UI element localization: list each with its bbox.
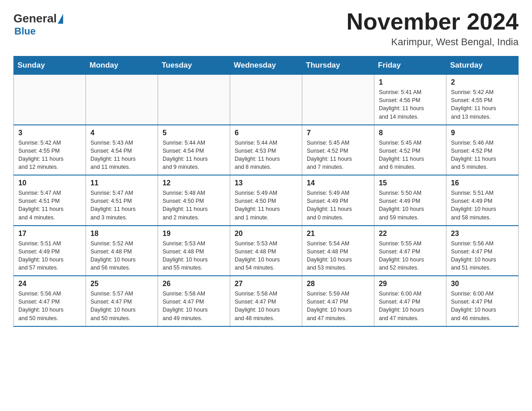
col-saturday: Saturday: [446, 56, 519, 75]
calendar-cell: 1Sunrise: 5:41 AMSunset: 4:56 PMDaylight…: [374, 75, 446, 125]
calendar-cell: 17Sunrise: 5:51 AMSunset: 4:49 PMDayligh…: [14, 226, 86, 276]
day-info: Sunrise: 5:48 AMSunset: 4:50 PMDaylight:…: [163, 189, 225, 222]
calendar-cell: 10Sunrise: 5:47 AMSunset: 4:51 PMDayligh…: [14, 175, 86, 226]
week-row-2: 3Sunrise: 5:42 AMSunset: 4:55 PMDaylight…: [14, 125, 519, 176]
calendar-cell: 12Sunrise: 5:48 AMSunset: 4:50 PMDayligh…: [158, 175, 230, 226]
day-info: Sunrise: 5:59 AMSunset: 4:47 PMDaylight:…: [307, 290, 369, 322]
day-number: 7: [307, 129, 369, 137]
calendar-cell: 5Sunrise: 5:44 AMSunset: 4:54 PMDaylight…: [158, 125, 230, 176]
day-number: 21: [307, 230, 369, 238]
calendar-cell: 23Sunrise: 5:56 AMSunset: 4:47 PMDayligh…: [446, 226, 519, 276]
week-row-1: 1Sunrise: 5:41 AMSunset: 4:56 PMDaylight…: [14, 75, 519, 125]
calendar-cell: 25Sunrise: 5:57 AMSunset: 4:47 PMDayligh…: [86, 276, 158, 326]
calendar-cell: [158, 75, 230, 125]
calendar-cell: 11Sunrise: 5:47 AMSunset: 4:51 PMDayligh…: [86, 175, 158, 226]
day-number: 3: [18, 129, 81, 137]
calendar-cell: 27Sunrise: 5:58 AMSunset: 4:47 PMDayligh…: [230, 276, 302, 326]
day-number: 29: [379, 280, 442, 288]
calendar-cell: 16Sunrise: 5:51 AMSunset: 4:49 PMDayligh…: [446, 175, 519, 226]
week-row-5: 24Sunrise: 5:56 AMSunset: 4:47 PMDayligh…: [14, 276, 519, 326]
calendar-cell: 19Sunrise: 5:53 AMSunset: 4:48 PMDayligh…: [158, 226, 230, 276]
day-info: Sunrise: 5:58 AMSunset: 4:47 PMDaylight:…: [235, 290, 297, 322]
location-title: Karimpur, West Bengal, India: [347, 36, 519, 48]
calendar-cell: 20Sunrise: 5:53 AMSunset: 4:48 PMDayligh…: [230, 226, 302, 276]
day-number: 30: [451, 280, 514, 288]
page-header: General Blue November 2024 Karimpur, Wes…: [13, 9, 519, 48]
day-number: 19: [163, 230, 225, 238]
day-info: Sunrise: 5:42 AMSunset: 4:55 PMDaylight:…: [18, 139, 81, 171]
day-number: 8: [379, 129, 442, 137]
day-number: 6: [235, 129, 297, 137]
col-sunday: Sunday: [14, 56, 86, 75]
day-number: 11: [90, 179, 153, 187]
col-thursday: Thursday: [302, 56, 374, 75]
col-monday: Monday: [86, 56, 158, 75]
title-block: November 2024 Karimpur, West Bengal, Ind…: [347, 9, 519, 48]
calendar-cell: 30Sunrise: 6:00 AMSunset: 4:47 PMDayligh…: [446, 276, 519, 326]
day-info: Sunrise: 6:00 AMSunset: 4:47 PMDaylight:…: [451, 290, 514, 322]
day-info: Sunrise: 5:49 AMSunset: 4:50 PMDaylight:…: [235, 189, 297, 222]
day-number: 27: [235, 280, 297, 288]
day-number: 20: [235, 230, 297, 238]
day-number: 13: [235, 179, 297, 187]
day-info: Sunrise: 5:51 AMSunset: 4:49 PMDaylight:…: [18, 240, 81, 272]
day-info: Sunrise: 5:50 AMSunset: 4:49 PMDaylight:…: [379, 189, 442, 222]
calendar-cell: 9Sunrise: 5:46 AMSunset: 4:52 PMDaylight…: [446, 125, 519, 176]
day-info: Sunrise: 5:58 AMSunset: 4:47 PMDaylight:…: [163, 290, 225, 322]
calendar-cell: 3Sunrise: 5:42 AMSunset: 4:55 PMDaylight…: [14, 125, 86, 176]
day-number: 1: [379, 78, 442, 86]
day-info: Sunrise: 5:55 AMSunset: 4:47 PMDaylight:…: [379, 240, 442, 272]
day-number: 16: [451, 179, 514, 187]
day-number: 24: [18, 280, 81, 288]
day-info: Sunrise: 5:56 AMSunset: 4:47 PMDaylight:…: [18, 290, 81, 322]
day-info: Sunrise: 5:45 AMSunset: 4:52 PMDaylight:…: [379, 139, 442, 171]
day-number: 22: [379, 230, 442, 238]
calendar-cell: 18Sunrise: 5:52 AMSunset: 4:48 PMDayligh…: [86, 226, 158, 276]
day-number: 4: [90, 129, 153, 137]
calendar-cell: 28Sunrise: 5:59 AMSunset: 4:47 PMDayligh…: [302, 276, 374, 326]
calendar-cell: 26Sunrise: 5:58 AMSunset: 4:47 PMDayligh…: [158, 276, 230, 326]
calendar-cell: 7Sunrise: 5:45 AMSunset: 4:52 PMDaylight…: [302, 125, 374, 176]
day-info: Sunrise: 5:47 AMSunset: 4:51 PMDaylight:…: [90, 189, 153, 222]
month-title: November 2024: [347, 9, 519, 34]
day-info: Sunrise: 5:45 AMSunset: 4:52 PMDaylight:…: [307, 139, 369, 171]
logo-blue-text: Blue: [14, 26, 36, 37]
day-info: Sunrise: 5:54 AMSunset: 4:48 PMDaylight:…: [307, 240, 369, 272]
col-tuesday: Tuesday: [158, 56, 230, 75]
calendar-cell: [302, 75, 374, 125]
calendar-table: Sunday Monday Tuesday Wednesday Thursday…: [13, 56, 519, 327]
day-number: 10: [18, 179, 81, 187]
logo: General Blue: [13, 9, 64, 37]
col-friday: Friday: [374, 56, 446, 75]
day-info: Sunrise: 6:00 AMSunset: 4:47 PMDaylight:…: [379, 290, 442, 322]
day-info: Sunrise: 5:51 AMSunset: 4:49 PMDaylight:…: [451, 189, 514, 222]
calendar-cell: 8Sunrise: 5:45 AMSunset: 4:52 PMDaylight…: [374, 125, 446, 176]
day-number: 14: [307, 179, 369, 187]
calendar-cell: 21Sunrise: 5:54 AMSunset: 4:48 PMDayligh…: [302, 226, 374, 276]
day-info: Sunrise: 5:53 AMSunset: 4:48 PMDaylight:…: [235, 240, 297, 272]
calendar-cell: [230, 75, 302, 125]
day-info: Sunrise: 5:57 AMSunset: 4:47 PMDaylight:…: [90, 290, 153, 322]
day-info: Sunrise: 5:42 AMSunset: 4:55 PMDaylight:…: [451, 88, 514, 121]
day-number: 9: [451, 129, 514, 137]
day-info: Sunrise: 5:49 AMSunset: 4:49 PMDaylight:…: [307, 189, 369, 222]
day-number: 23: [451, 230, 514, 238]
day-number: 17: [18, 230, 81, 238]
calendar-cell: 14Sunrise: 5:49 AMSunset: 4:49 PMDayligh…: [302, 175, 374, 226]
calendar-cell: [14, 75, 86, 125]
calendar-cell: 4Sunrise: 5:43 AMSunset: 4:54 PMDaylight…: [86, 125, 158, 176]
day-number: 5: [163, 129, 225, 137]
calendar-cell: [86, 75, 158, 125]
day-number: 15: [379, 179, 442, 187]
calendar-cell: 2Sunrise: 5:42 AMSunset: 4:55 PMDaylight…: [446, 75, 519, 125]
day-info: Sunrise: 5:41 AMSunset: 4:56 PMDaylight:…: [379, 88, 442, 121]
day-info: Sunrise: 5:52 AMSunset: 4:48 PMDaylight:…: [90, 240, 153, 272]
col-wednesday: Wednesday: [230, 56, 302, 75]
day-number: 26: [163, 280, 225, 288]
day-number: 12: [163, 179, 225, 187]
day-number: 25: [90, 280, 153, 288]
day-info: Sunrise: 5:44 AMSunset: 4:54 PMDaylight:…: [163, 139, 225, 171]
calendar-cell: 29Sunrise: 6:00 AMSunset: 4:47 PMDayligh…: [374, 276, 446, 326]
day-info: Sunrise: 5:47 AMSunset: 4:51 PMDaylight:…: [18, 189, 81, 222]
day-info: Sunrise: 5:46 AMSunset: 4:52 PMDaylight:…: [451, 139, 514, 171]
